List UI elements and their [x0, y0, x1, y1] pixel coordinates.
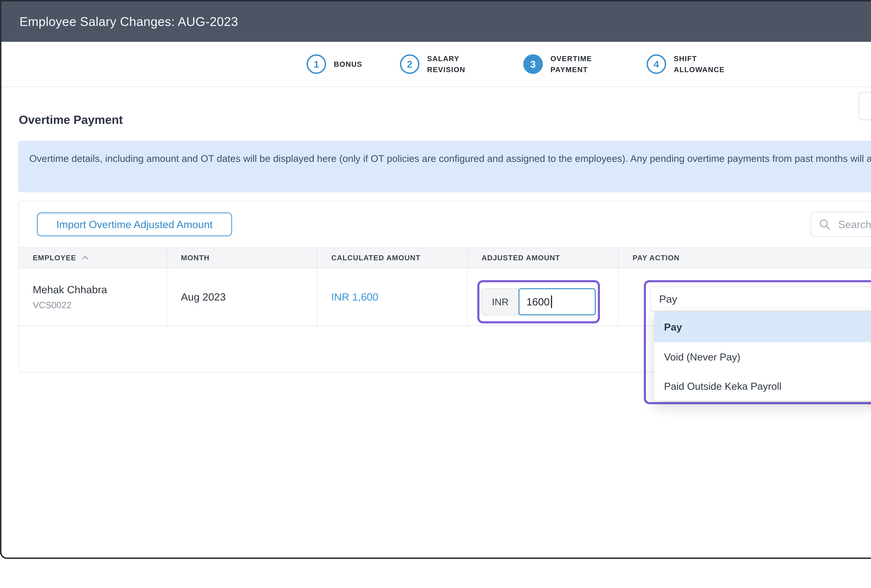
pay-action-combobox[interactable]: Pay — [650, 286, 871, 311]
month-cell: Aug 2023 — [166, 268, 317, 325]
step-label-overtime-payment: OVERTIME PAYMENT — [551, 53, 609, 75]
column-header-month[interactable]: MONTH — [166, 248, 317, 268]
employee-id: VCS0022 — [33, 300, 166, 310]
calculated-amount-link[interactable]: INR 1,600 — [331, 291, 467, 303]
table-header-row: EMPLOYEE MONTH CALCULATED AMOUNT ADJUSTE… — [19, 247, 871, 268]
salary-changes-modal: Employee Salary Changes: AUG-2023 ✕ 1 BO… — [0, 0, 871, 559]
calculated-amount-cell: INR 1,600 — [317, 268, 467, 325]
search-box[interactable] — [810, 212, 871, 237]
screenshot-stage: Employee Salary Changes: AUG-2023 ✕ 1 BO… — [0, 0, 871, 588]
modal-title: Employee Salary Changes: AUG-2023 — [19, 15, 238, 29]
option-pay[interactable]: Pay — [654, 311, 871, 342]
step-label-bonus: BONUS — [334, 59, 362, 70]
text-cursor — [551, 295, 552, 308]
banner-text-start: Overtime details, including amount and O… — [29, 153, 871, 164]
step-number-3: 3 — [523, 54, 543, 74]
column-header-calculated-amount[interactable]: CALCULATED AMOUNT — [317, 248, 467, 268]
stepper-bar: 1 BONUS 2 SALARY REVISION 3 OVERTIME PAY… — [1, 42, 871, 87]
step-number-4: 4 — [647, 54, 666, 74]
employee-cell: Mehak Chhabra VCS0022 — [19, 268, 166, 325]
pay-action-listbox: Pay Void (Never Pay) Paid Outside Keka P… — [654, 311, 871, 401]
step-bonus[interactable]: 1 BONUS — [307, 54, 362, 74]
month-value: Aug 2023 — [181, 291, 317, 303]
employee-name[interactable]: Mehak Chhabra — [33, 284, 166, 296]
column-header-employee[interactable]: EMPLOYEE — [19, 248, 166, 268]
page-title: Overtime Payment — [19, 113, 123, 127]
option-paid-outside-keka-payroll[interactable]: Paid Outside Keka Payroll — [654, 371, 871, 401]
step-number-2: 2 — [400, 54, 419, 74]
search-input[interactable] — [837, 218, 871, 231]
stepper: 1 BONUS 2 SALARY REVISION 3 OVERTIME PAY… — [307, 42, 732, 87]
pay-action-annotation-box: Pay Pay Void (Never Pay) Paid Outside Ke… — [644, 280, 871, 404]
step-salary-revision[interactable]: 2 SALARY REVISION — [400, 53, 486, 75]
column-header-pay-action[interactable]: PAY ACTION — [618, 248, 871, 268]
step-label-salary-revision: SALARY REVISION — [427, 53, 486, 75]
adjusted-amount-input[interactable]: 1600 — [518, 288, 596, 315]
currency-prefix: INR — [482, 288, 519, 315]
adjusted-amount-annotation-box: INR 1600 — [477, 280, 600, 323]
column-header-adjusted-amount[interactable]: ADJUSTED AMOUNT — [467, 248, 618, 268]
step-number-1: 1 — [307, 54, 326, 74]
sort-asc-icon[interactable] — [82, 256, 89, 260]
step-label-shift-allowance: SHIFT ALLOWANCE — [674, 53, 732, 75]
back-button[interactable]: Back — [859, 92, 871, 120]
modal-titlebar: Employee Salary Changes: AUG-2023 ✕ — [1, 1, 871, 42]
import-overtime-button[interactable]: Import Overtime Adjusted Amount — [37, 212, 232, 236]
step-overtime-payment[interactable]: 3 OVERTIME PAYMENT — [523, 53, 609, 75]
search-icon — [819, 219, 830, 230]
info-banner: Overtime details, including amount and O… — [18, 141, 871, 192]
step-shift-allowance[interactable]: 4 SHIFT ALLOWANCE — [647, 53, 732, 75]
option-void-never-pay[interactable]: Void (Never Pay) — [654, 342, 871, 371]
